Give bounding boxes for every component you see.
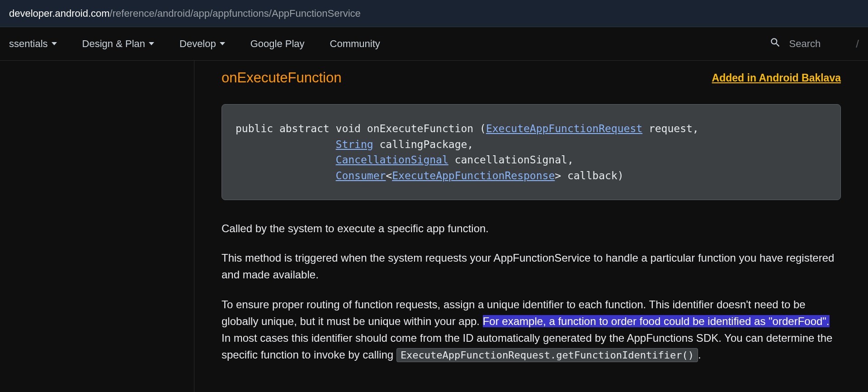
chevron-down-icon [52,42,57,45]
added-in-badge[interactable]: Added in Android Baklava [712,72,841,84]
nav-essentials-label: ssentials [9,38,48,50]
main-content: onExecuteFunction Added in Android Bakla… [194,61,868,392]
code-p1-name: request, [642,123,705,134]
inline-code-get-identifier[interactable]: ExecuteAppFunctionRequest.getFunctionIde… [396,348,698,362]
chevron-down-icon [220,42,225,45]
nav-google-play[interactable]: Google Play [250,38,305,50]
search-box[interactable]: Search / [769,37,859,51]
nav-essentials[interactable]: ssentials [9,38,57,50]
search-placeholder: Search [789,38,821,50]
para-3: To ensure proper routing of function req… [222,296,841,363]
nav-develop-label: Develop [179,38,216,50]
code-p2-name: callingPackage, [373,139,480,150]
code-p3-name: cancellationSignal, [448,154,580,166]
code-p4-tail: > callback) [555,170,623,182]
type-link-consumer[interactable]: Consumer [336,170,386,182]
code-prefix: public abstract void onExecuteFunction ( [236,123,486,134]
nav-design-plan-label: Design & Plan [82,38,145,50]
nav-community[interactable]: Community [330,38,380,50]
url-text: developer.android.com/reference/android/… [9,8,361,19]
search-divider: / [856,38,859,50]
chevron-down-icon [149,42,154,45]
code-lt: < [386,170,392,182]
nav-develop[interactable]: Develop [179,38,225,50]
left-sidebar [0,61,194,392]
type-link-response[interactable]: ExecuteAppFunctionResponse [392,170,555,182]
para-3c: . [698,349,701,361]
browser-url-bar[interactable]: developer.android.com/reference/android/… [0,0,868,27]
para-3-highlight: For example, a function to order food co… [483,315,830,327]
method-title: onExecuteFunction [222,70,341,86]
nav-community-label: Community [330,38,380,50]
type-link-cancellation-signal[interactable]: CancellationSignal [336,154,448,166]
type-link-string[interactable]: String [336,139,373,150]
nav-google-play-label: Google Play [250,38,305,50]
para-2: This method is triggered when the system… [222,249,841,283]
top-nav: ssentials Design & Plan Develop Google P… [0,27,868,61]
search-icon [769,37,781,51]
nav-design-plan[interactable]: Design & Plan [82,38,154,50]
para-1: Called by the system to execute a specif… [222,220,841,237]
type-link-request[interactable]: ExecuteAppFunctionRequest [486,123,642,134]
signature-code-block: public abstract void onExecuteFunction (… [222,104,841,200]
